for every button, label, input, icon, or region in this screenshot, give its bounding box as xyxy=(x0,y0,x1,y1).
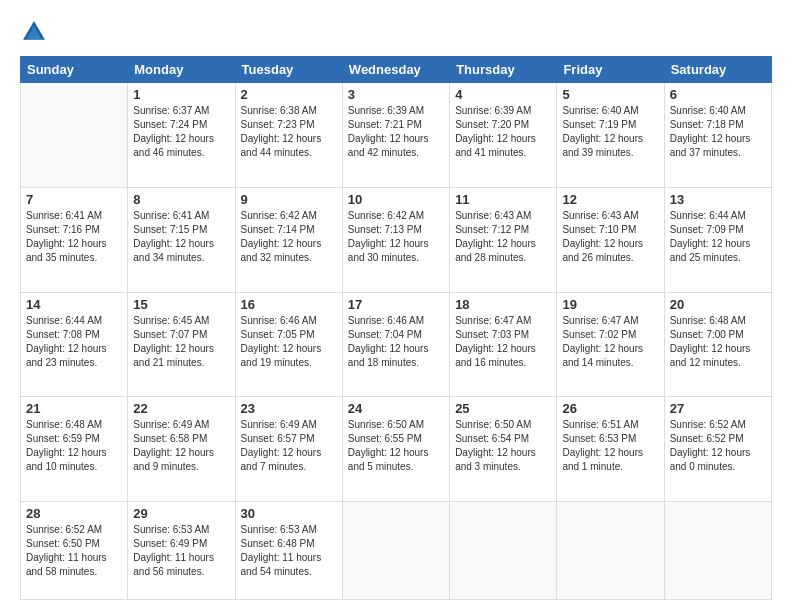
calendar-cell: 26Sunrise: 6:51 AM Sunset: 6:53 PM Dayli… xyxy=(557,397,664,502)
week-row-1: 1Sunrise: 6:37 AM Sunset: 7:24 PM Daylig… xyxy=(21,83,772,188)
day-info: Sunrise: 6:38 AM Sunset: 7:23 PM Dayligh… xyxy=(241,104,337,160)
day-info: Sunrise: 6:53 AM Sunset: 6:48 PM Dayligh… xyxy=(241,523,337,579)
calendar-cell xyxy=(450,502,557,600)
day-number: 10 xyxy=(348,192,444,207)
day-number: 24 xyxy=(348,401,444,416)
week-row-4: 21Sunrise: 6:48 AM Sunset: 6:59 PM Dayli… xyxy=(21,397,772,502)
calendar-cell: 21Sunrise: 6:48 AM Sunset: 6:59 PM Dayli… xyxy=(21,397,128,502)
day-info: Sunrise: 6:49 AM Sunset: 6:58 PM Dayligh… xyxy=(133,418,229,474)
day-info: Sunrise: 6:47 AM Sunset: 7:03 PM Dayligh… xyxy=(455,314,551,370)
week-row-3: 14Sunrise: 6:44 AM Sunset: 7:08 PM Dayli… xyxy=(21,292,772,397)
calendar-cell: 1Sunrise: 6:37 AM Sunset: 7:24 PM Daylig… xyxy=(128,83,235,188)
calendar-cell: 6Sunrise: 6:40 AM Sunset: 7:18 PM Daylig… xyxy=(664,83,771,188)
week-row-2: 7Sunrise: 6:41 AM Sunset: 7:16 PM Daylig… xyxy=(21,187,772,292)
day-number: 11 xyxy=(455,192,551,207)
calendar-cell: 2Sunrise: 6:38 AM Sunset: 7:23 PM Daylig… xyxy=(235,83,342,188)
day-number: 22 xyxy=(133,401,229,416)
day-number: 13 xyxy=(670,192,766,207)
day-info: Sunrise: 6:48 AM Sunset: 6:59 PM Dayligh… xyxy=(26,418,122,474)
day-number: 21 xyxy=(26,401,122,416)
day-number: 15 xyxy=(133,297,229,312)
calendar-cell: 8Sunrise: 6:41 AM Sunset: 7:15 PM Daylig… xyxy=(128,187,235,292)
day-info: Sunrise: 6:52 AM Sunset: 6:52 PM Dayligh… xyxy=(670,418,766,474)
day-info: Sunrise: 6:53 AM Sunset: 6:49 PM Dayligh… xyxy=(133,523,229,579)
day-info: Sunrise: 6:46 AM Sunset: 7:04 PM Dayligh… xyxy=(348,314,444,370)
day-number: 14 xyxy=(26,297,122,312)
calendar-cell: 16Sunrise: 6:46 AM Sunset: 7:05 PM Dayli… xyxy=(235,292,342,397)
day-info: Sunrise: 6:41 AM Sunset: 7:16 PM Dayligh… xyxy=(26,209,122,265)
day-number: 19 xyxy=(562,297,658,312)
calendar-cell: 4Sunrise: 6:39 AM Sunset: 7:20 PM Daylig… xyxy=(450,83,557,188)
calendar-cell: 10Sunrise: 6:42 AM Sunset: 7:13 PM Dayli… xyxy=(342,187,449,292)
logo-icon xyxy=(20,18,48,46)
calendar-cell xyxy=(557,502,664,600)
calendar-cell: 27Sunrise: 6:52 AM Sunset: 6:52 PM Dayli… xyxy=(664,397,771,502)
calendar-cell xyxy=(21,83,128,188)
day-info: Sunrise: 6:39 AM Sunset: 7:21 PM Dayligh… xyxy=(348,104,444,160)
day-number: 2 xyxy=(241,87,337,102)
day-info: Sunrise: 6:42 AM Sunset: 7:14 PM Dayligh… xyxy=(241,209,337,265)
day-info: Sunrise: 6:43 AM Sunset: 7:10 PM Dayligh… xyxy=(562,209,658,265)
day-number: 3 xyxy=(348,87,444,102)
calendar-cell: 15Sunrise: 6:45 AM Sunset: 7:07 PM Dayli… xyxy=(128,292,235,397)
day-number: 28 xyxy=(26,506,122,521)
day-number: 27 xyxy=(670,401,766,416)
day-number: 7 xyxy=(26,192,122,207)
day-info: Sunrise: 6:45 AM Sunset: 7:07 PM Dayligh… xyxy=(133,314,229,370)
week-row-5: 28Sunrise: 6:52 AM Sunset: 6:50 PM Dayli… xyxy=(21,502,772,600)
day-info: Sunrise: 6:49 AM Sunset: 6:57 PM Dayligh… xyxy=(241,418,337,474)
calendar-cell: 30Sunrise: 6:53 AM Sunset: 6:48 PM Dayli… xyxy=(235,502,342,600)
day-number: 6 xyxy=(670,87,766,102)
day-number: 25 xyxy=(455,401,551,416)
logo xyxy=(20,18,52,46)
day-info: Sunrise: 6:52 AM Sunset: 6:50 PM Dayligh… xyxy=(26,523,122,579)
day-info: Sunrise: 6:46 AM Sunset: 7:05 PM Dayligh… xyxy=(241,314,337,370)
calendar-cell: 24Sunrise: 6:50 AM Sunset: 6:55 PM Dayli… xyxy=(342,397,449,502)
day-info: Sunrise: 6:43 AM Sunset: 7:12 PM Dayligh… xyxy=(455,209,551,265)
day-info: Sunrise: 6:51 AM Sunset: 6:53 PM Dayligh… xyxy=(562,418,658,474)
day-number: 1 xyxy=(133,87,229,102)
day-number: 8 xyxy=(133,192,229,207)
calendar-cell xyxy=(664,502,771,600)
calendar-cell: 11Sunrise: 6:43 AM Sunset: 7:12 PM Dayli… xyxy=(450,187,557,292)
day-number: 18 xyxy=(455,297,551,312)
day-info: Sunrise: 6:48 AM Sunset: 7:00 PM Dayligh… xyxy=(670,314,766,370)
calendar-cell: 17Sunrise: 6:46 AM Sunset: 7:04 PM Dayli… xyxy=(342,292,449,397)
day-number: 30 xyxy=(241,506,337,521)
calendar-cell: 5Sunrise: 6:40 AM Sunset: 7:19 PM Daylig… xyxy=(557,83,664,188)
day-info: Sunrise: 6:42 AM Sunset: 7:13 PM Dayligh… xyxy=(348,209,444,265)
day-info: Sunrise: 6:50 AM Sunset: 6:55 PM Dayligh… xyxy=(348,418,444,474)
calendar-cell: 9Sunrise: 6:42 AM Sunset: 7:14 PM Daylig… xyxy=(235,187,342,292)
calendar-cell: 12Sunrise: 6:43 AM Sunset: 7:10 PM Dayli… xyxy=(557,187,664,292)
day-number: 23 xyxy=(241,401,337,416)
day-info: Sunrise: 6:39 AM Sunset: 7:20 PM Dayligh… xyxy=(455,104,551,160)
day-info: Sunrise: 6:50 AM Sunset: 6:54 PM Dayligh… xyxy=(455,418,551,474)
calendar-table: SundayMondayTuesdayWednesdayThursdayFrid… xyxy=(20,56,772,600)
day-number: 29 xyxy=(133,506,229,521)
weekday-saturday: Saturday xyxy=(664,57,771,83)
day-info: Sunrise: 6:47 AM Sunset: 7:02 PM Dayligh… xyxy=(562,314,658,370)
day-info: Sunrise: 6:44 AM Sunset: 7:08 PM Dayligh… xyxy=(26,314,122,370)
calendar-cell: 20Sunrise: 6:48 AM Sunset: 7:00 PM Dayli… xyxy=(664,292,771,397)
calendar-cell: 13Sunrise: 6:44 AM Sunset: 7:09 PM Dayli… xyxy=(664,187,771,292)
weekday-tuesday: Tuesday xyxy=(235,57,342,83)
weekday-friday: Friday xyxy=(557,57,664,83)
calendar-cell: 14Sunrise: 6:44 AM Sunset: 7:08 PM Dayli… xyxy=(21,292,128,397)
calendar-cell: 23Sunrise: 6:49 AM Sunset: 6:57 PM Dayli… xyxy=(235,397,342,502)
calendar-cell: 3Sunrise: 6:39 AM Sunset: 7:21 PM Daylig… xyxy=(342,83,449,188)
weekday-wednesday: Wednesday xyxy=(342,57,449,83)
weekday-monday: Monday xyxy=(128,57,235,83)
page-header xyxy=(20,18,772,46)
day-number: 16 xyxy=(241,297,337,312)
calendar-cell: 29Sunrise: 6:53 AM Sunset: 6:49 PM Dayli… xyxy=(128,502,235,600)
day-number: 9 xyxy=(241,192,337,207)
weekday-header-row: SundayMondayTuesdayWednesdayThursdayFrid… xyxy=(21,57,772,83)
day-number: 26 xyxy=(562,401,658,416)
day-number: 12 xyxy=(562,192,658,207)
day-info: Sunrise: 6:40 AM Sunset: 7:18 PM Dayligh… xyxy=(670,104,766,160)
calendar-cell: 22Sunrise: 6:49 AM Sunset: 6:58 PM Dayli… xyxy=(128,397,235,502)
calendar-cell: 7Sunrise: 6:41 AM Sunset: 7:16 PM Daylig… xyxy=(21,187,128,292)
day-info: Sunrise: 6:44 AM Sunset: 7:09 PM Dayligh… xyxy=(670,209,766,265)
day-number: 5 xyxy=(562,87,658,102)
calendar-cell xyxy=(342,502,449,600)
